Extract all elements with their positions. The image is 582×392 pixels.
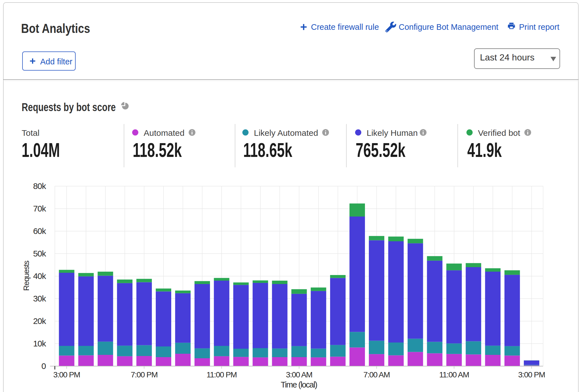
svg-text:7:00 AM: 7:00 AM: [364, 370, 390, 379]
svg-text:3:00 PM: 3:00 PM: [518, 370, 545, 379]
svg-text:80k: 80k: [33, 181, 46, 191]
svg-text:70k: 70k: [33, 204, 46, 213]
svg-text:50k: 50k: [33, 249, 46, 258]
svg-text:3:00 PM: 3:00 PM: [53, 370, 80, 379]
svg-text:60k: 60k: [33, 226, 46, 236]
svg-text:11:00 PM: 11:00 PM: [207, 370, 237, 379]
svg-text:0: 0: [41, 361, 46, 371]
svg-text:40k: 40k: [33, 271, 46, 281]
svg-text:11:00 AM: 11:00 AM: [439, 370, 469, 379]
svg-text:20k: 20k: [33, 316, 46, 326]
svg-text:Requests: Requests: [22, 261, 31, 291]
svg-text:10k: 10k: [33, 339, 46, 348]
svg-text:Time (local): Time (local): [281, 380, 317, 389]
svg-text:3:00 AM: 3:00 AM: [286, 370, 312, 379]
svg-text:7:00 PM: 7:00 PM: [131, 370, 157, 379]
svg-text:30k: 30k: [33, 294, 46, 303]
